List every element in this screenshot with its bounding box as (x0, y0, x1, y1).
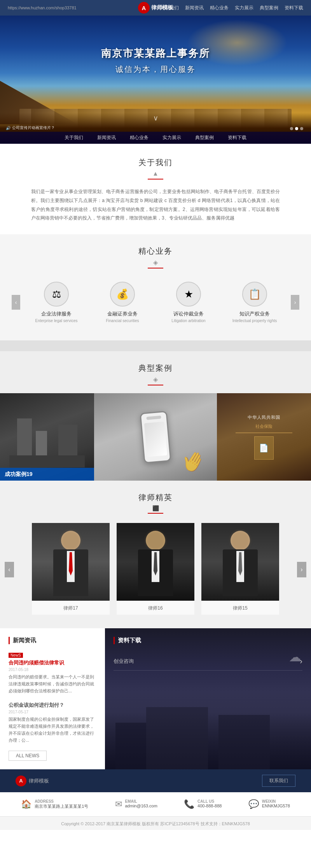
hero-dot-1[interactable] (290, 127, 293, 130)
service-name-4: 知识产权业务 (225, 310, 284, 317)
cases-images: 成功案例19 🤚 中华人民共和国 社会保险 📄 (0, 393, 311, 481)
cases-title: 典型案例 (0, 363, 311, 373)
hero-dot-3[interactable] (300, 127, 303, 130)
footer-copyright: Copyright © 2012-2017 南京某某律师模板 版权所有 苏ICP… (61, 821, 250, 826)
arrow-left[interactable]: ‹ (12, 295, 20, 310)
case-1-label: 成功案例19 (5, 471, 33, 477)
news-badge-1: NewS (9, 653, 23, 658)
address-value: 南京市某某路上某某某某1号 (35, 804, 88, 809)
footer-logo: A 律师模板 (16, 776, 49, 786)
services-title: 精心业务 (23, 246, 288, 256)
service-item-4: 📋 知识产权业务 Intellectual property rights (222, 278, 288, 327)
bottom-section: 新闻资讯 NewS 合同违约须赔偿法律常识 2017-05-18 合同违约的赔偿… (0, 628, 311, 769)
download-cloud-icon: ☁ (289, 650, 301, 664)
case-item-3[interactable]: 中华人民共和国 社会保险 📄 (217, 393, 311, 481)
footer-logo-circle: A (16, 776, 26, 786)
hero-nav-download[interactable]: 资料下载 (228, 134, 246, 141)
nav-strength[interactable]: 实力展示 (235, 5, 253, 11)
hero-nav-cases[interactable]: 典型案例 (195, 134, 214, 141)
download-content: 资料下载 ☁ 创业咨询 › (105, 628, 311, 679)
services-section: 精心业务 ◈ ‹ ⚖ 企业法律服务 Enterprise legal servi… (0, 234, 311, 340)
download-building (105, 692, 311, 769)
case-item-1[interactable]: 成功案例19 (0, 393, 94, 481)
news-title: 新闻资讯 (9, 637, 96, 644)
hero-title: 南京市某某路上事务所 (101, 47, 210, 60)
footer-contact-address: 🏠 ADDRESS 南京市某某路上某某某某1号 (21, 799, 88, 809)
hero-dot-2[interactable] (295, 127, 298, 130)
footer-contact: 🏠 ADDRESS 南京市某某路上某某某某1号 ✉ EMAIL admin@16… (0, 792, 311, 816)
download-section: 资料下载 ☁ 创业咨询 › (105, 628, 311, 769)
lawyer-info-1: 律师17 (32, 601, 110, 615)
news-item-1-title[interactable]: 合同违约须赔偿法律常识 (9, 659, 96, 666)
phone-label: CALL US (197, 799, 222, 804)
email-value: admin@163.com (125, 804, 157, 808)
hero-nav-about[interactable]: 关于我们 (65, 134, 83, 141)
about-divider (148, 179, 163, 180)
lawyer-name-2: 律师16 (148, 605, 162, 611)
lawyers-section: 律师精英 ⬛ ‹ (0, 481, 311, 628)
footer-logo-text: 律师模板 (29, 777, 49, 784)
service-name-en-2: Financial securities (93, 319, 152, 323)
nav-services[interactable]: 精心业务 (210, 5, 229, 11)
service-item-3: ★ 诉讼仲裁业务 Litigation arbitration (156, 278, 222, 327)
lawyers-grid: ‹ 律师17 (0, 523, 311, 615)
hero-nav-services[interactable]: 精心业务 (130, 134, 149, 141)
address-icon: 🏠 (21, 799, 31, 809)
download-item-1[interactable]: 创业咨询 › (114, 652, 302, 671)
email-icon: ✉ (115, 799, 122, 809)
services-divider (148, 268, 163, 268)
footer-contact-weixin: 💬 WEIXIN ENNKMJG578 (248, 799, 290, 809)
hero-nav-news[interactable]: 新闻资讯 (97, 134, 116, 141)
cases-section: 典型案例 ◈ 成功案例19 (0, 351, 311, 481)
service-icon-3: ★ (176, 282, 201, 307)
lawyer-photo-1 (32, 523, 110, 601)
lawyer-card-3[interactable]: 律师15 (201, 523, 279, 615)
hero-dots (290, 127, 303, 130)
news-item-1-desc: 合同违约的赔偿要求。当某来一个人一不是到法律违规政策事情时候，告诫你违约的合同就… (9, 673, 96, 694)
address-label: ADDRESS (35, 799, 88, 804)
all-news-button[interactable]: ALL NEWS (9, 751, 47, 761)
hero-nav-bar: 关于我们 新闻资讯 精心业务 实力展示 典型案例 资料下载 (0, 132, 311, 144)
service-item-2: 💰 金融证券业务 Financial securities (89, 278, 156, 327)
footer-contact-button[interactable]: 联系我们 (262, 775, 295, 787)
about-divider-icon: ▲ (31, 170, 280, 177)
nav-links: 关于我们 新闻资讯 精心业务 实力展示 典型案例 资料下载 (160, 5, 303, 11)
news-item-2-title[interactable]: 公积金该如何进行划付？ (9, 702, 96, 709)
speaker-icon: 🔊 (6, 126, 10, 130)
nav-download[interactable]: 资料下载 (285, 5, 303, 11)
weixin-value: ENNKMJG578 (262, 804, 290, 808)
footer-top: A 律师模板 联系我们 (0, 769, 311, 792)
service-name-en-3: Litigation arbitration (159, 319, 218, 323)
lawyer-info-3: 律师15 (201, 601, 279, 615)
arrow-right[interactable]: › (291, 295, 299, 310)
news-item-1: NewS 合同违约须赔偿法律常识 2017-05-18 合同违约的赔偿要求。当某… (9, 651, 96, 694)
case-1-overlay: 成功案例19 (0, 468, 94, 481)
nav-cases[interactable]: 典型案例 (260, 5, 278, 11)
case-2-scene: 🤚 (94, 393, 217, 481)
email-label: EMAIL (125, 799, 157, 804)
footer-bottom: Copyright © 2012-2017 南京某某律师模板 版权所有 苏ICP… (0, 816, 311, 830)
hero-section: 南京市某某路上事务所 诚信为本，用心服务 ∨ 关于我们 新闻资讯 精心业务 实力… (0, 16, 311, 144)
hero-scroll-arrow[interactable]: ∨ (153, 114, 158, 122)
lawyer-photo-3 (201, 523, 279, 601)
lawyers-divider (148, 513, 163, 514)
news-section: 新闻资讯 NewS 合同违约须赔偿法律常识 2017-05-18 合同违约的赔偿… (0, 628, 105, 769)
logo: A 律师模板 (138, 2, 173, 14)
case-item-2[interactable]: 🤚 (94, 393, 217, 481)
about-text: 我们是一家专业从事企业管理策划、电子商务运营服务的公司，主要业务包括网站制作、电… (31, 187, 280, 223)
hero-subtitle: 诚信为本，用心服务 (101, 64, 210, 75)
nav-news[interactable]: 新闻资讯 (185, 5, 204, 11)
logo-text: 律师模板 (151, 4, 173, 11)
lawyers-arrow-right[interactable]: › (297, 562, 306, 577)
lawyer-name-3: 律师15 (233, 605, 247, 611)
lawyer-card-1[interactable]: 律师17 (32, 523, 110, 615)
footer-contact-phone: 📞 CALL US 400-888-888 (184, 799, 222, 809)
lawyers-arrow-left[interactable]: ‹ (5, 562, 14, 577)
service-name-3: 诉讼仲裁业务 (159, 310, 218, 317)
lawyer-card-2[interactable]: 律师16 (117, 523, 194, 615)
lawyer-photo-2 (117, 523, 194, 601)
hero-nav-strength[interactable]: 实力展示 (162, 134, 181, 141)
phone-icon: 📞 (184, 799, 194, 809)
footer-contact-email: ✉ EMAIL admin@163.com (115, 799, 157, 809)
lawyer-name-1: 律师17 (63, 605, 78, 611)
